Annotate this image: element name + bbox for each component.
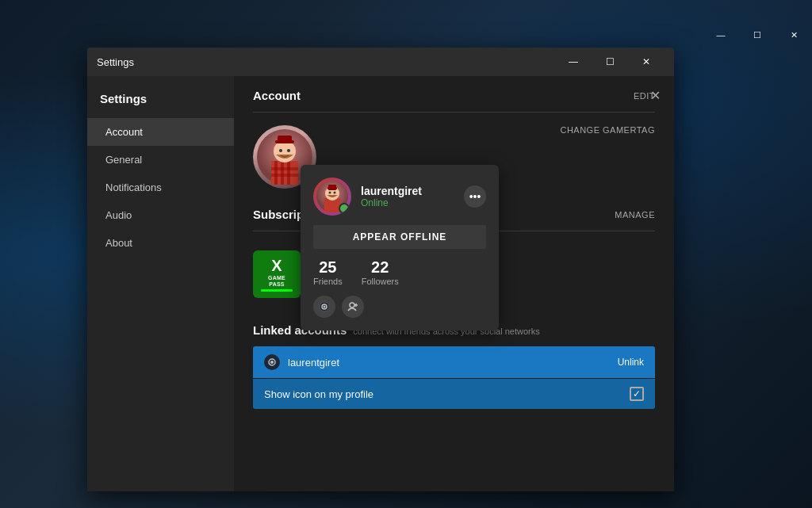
linked-accounts-section: Linked accounts connect with friends acr…	[253, 323, 655, 409]
svg-rect-5	[271, 167, 298, 170]
svg-point-27	[270, 361, 274, 364]
main-content: ✕ Account EDIT	[234, 76, 674, 491]
profile-status: Online	[361, 197, 454, 208]
account-section-header: Account EDIT	[253, 89, 655, 102]
svg-point-7	[274, 140, 296, 162]
profile-avatar-small	[313, 178, 351, 216]
svg-rect-6	[271, 174, 298, 177]
svg-point-17	[329, 192, 331, 194]
maximize-button[interactable]: ☐	[739, 22, 776, 48]
friends-count: 25	[313, 258, 343, 277]
profile-stats: 25 Friends 22 Followers	[313, 258, 486, 286]
sidebar-item-about[interactable]: About	[87, 229, 234, 257]
profile-card: laurentgiret Online ••• APPEAR OFFLINE 2…	[301, 165, 499, 330]
svg-point-18	[334, 192, 336, 194]
window-title: Settings	[97, 56, 134, 68]
svg-point-22	[350, 303, 354, 307]
show-icon-label: Show icon on my profile	[264, 388, 373, 400]
linked-steam-item: laurentgiret Unlink	[253, 346, 655, 378]
change-gamertag-button[interactable]: CHANGE GAMERTAG	[560, 125, 655, 135]
profile-info: laurentgiret Online	[361, 185, 454, 208]
friends-stat: 25 Friends	[313, 258, 343, 286]
account-divider	[253, 112, 655, 113]
svg-rect-4	[287, 161, 290, 185]
content-close-button[interactable]: ✕	[645, 86, 665, 105]
unlink-button[interactable]: Unlink	[618, 357, 644, 368]
add-friend-icon[interactable]	[342, 296, 364, 318]
show-icon-checkbox[interactable]: ✓	[630, 387, 644, 401]
svg-rect-9	[278, 136, 292, 143]
sidebar: Settings Account General Notifications A…	[87, 76, 234, 491]
svg-point-11	[287, 149, 290, 152]
svg-rect-3	[281, 161, 284, 185]
account-section-title: Account	[253, 89, 301, 102]
linked-steam-username: laurentgiret	[288, 357, 339, 369]
manage-button[interactable]: MANAGE	[615, 210, 655, 220]
followers-stat: 22 Followers	[362, 258, 399, 286]
profile-more-button[interactable]: •••	[464, 185, 486, 208]
sidebar-item-audio[interactable]: Audio	[87, 201, 234, 229]
appear-offline-button[interactable]: APPEAR OFFLINE	[313, 225, 486, 249]
title-bar: Settings — ☐ ✕	[87, 48, 674, 76]
followers-count: 22	[362, 258, 399, 277]
xbox-bar	[261, 289, 293, 292]
os-close-button[interactable]: ✕	[776, 22, 812, 48]
steam-icon	[264, 354, 280, 370]
xbox-game-pass-logo: X GAMEPASS	[253, 250, 301, 298]
minimize-button[interactable]: —	[703, 22, 739, 48]
window-maximize-btn[interactable]: ☐	[592, 49, 628, 74]
account-section-body: laurentgiret Online ••• APPEAR OFFLINE 2…	[253, 125, 655, 189]
window-minimize-btn[interactable]: —	[555, 49, 592, 74]
profile-username: laurentgiret	[361, 185, 454, 197]
steam-profile-icon[interactable]	[313, 296, 335, 318]
linked-item-left: laurentgiret	[264, 354, 339, 370]
xbox-text: GAMEPASS	[268, 275, 285, 287]
svg-point-21	[324, 306, 326, 308]
settings-window: Settings — ☐ ✕ Settings Account General …	[87, 48, 674, 491]
sidebar-item-notifications[interactable]: Notifications	[87, 174, 234, 201]
friends-label: Friends	[313, 277, 343, 286]
sidebar-title: Settings	[87, 82, 234, 118]
profile-icon-row	[313, 296, 486, 318]
window-body: Settings Account General Notifications A…	[87, 76, 674, 491]
svg-rect-2	[274, 161, 278, 185]
show-icon-item[interactable]: Show icon on my profile ✓	[253, 379, 655, 409]
window-controls: — ☐ ✕	[555, 49, 665, 74]
window-close-btn[interactable]: ✕	[628, 49, 665, 74]
sidebar-item-general[interactable]: General	[87, 146, 234, 174]
followers-label: Followers	[362, 277, 399, 286]
svg-rect-16	[328, 185, 336, 190]
sidebar-item-account[interactable]: Account	[87, 118, 234, 146]
xbox-x-icon: X	[271, 257, 282, 275]
profile-card-header: laurentgiret Online •••	[313, 178, 486, 216]
svg-point-10	[279, 149, 282, 152]
